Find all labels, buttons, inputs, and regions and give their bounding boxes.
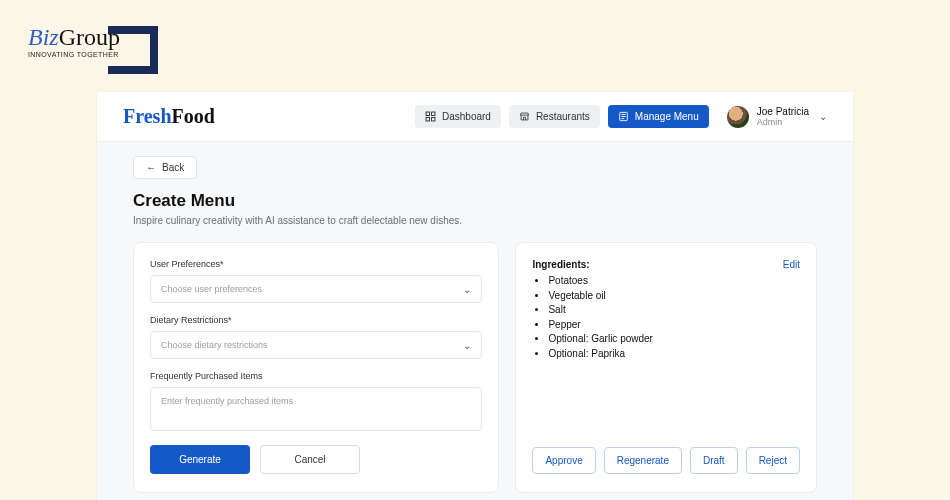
topbar: FreshFood Dashboard Restaurants Manage M…	[97, 92, 853, 142]
chevron-down-icon: ⌄	[463, 284, 471, 295]
svg-rect-3	[432, 118, 435, 121]
app-shell: FreshFood Dashboard Restaurants Manage M…	[97, 92, 853, 500]
svg-rect-1	[432, 112, 435, 115]
svg-rect-0	[426, 112, 429, 115]
list-item: Potatoes	[548, 274, 800, 289]
list-item: Optional: Paprika	[548, 347, 800, 362]
user-pref-label: User Preferences*	[150, 259, 482, 269]
diet-select[interactable]: Choose dietary restrictions ⌄	[150, 331, 482, 359]
reject-button[interactable]: Reject	[746, 447, 800, 474]
store-icon	[519, 111, 530, 122]
user-pref-select[interactable]: Choose user preferences ⌄	[150, 275, 482, 303]
cancel-button[interactable]: Cancel	[260, 445, 360, 474]
list-item: Pepper	[548, 318, 800, 333]
draft-button[interactable]: Draft	[690, 447, 738, 474]
chevron-down-icon: ⌄	[463, 340, 471, 351]
avatar	[727, 106, 749, 128]
nav-dashboard[interactable]: Dashboard	[415, 105, 501, 128]
ingredients-list: Potatoes Vegetable oil Salt Pepper Optio…	[532, 274, 800, 361]
diet-label: Dietary Restrictions*	[150, 315, 482, 325]
svg-rect-2	[426, 118, 429, 121]
app-logo: FreshFood	[123, 105, 215, 128]
approve-button[interactable]: Approve	[532, 447, 595, 474]
menu-icon	[618, 111, 629, 122]
outer-brand-tagline: INNOVATING TOGETHER	[28, 51, 120, 58]
outer-brand-logo: BizGroup INNOVATING TOGETHER	[28, 24, 120, 58]
dashboard-icon	[425, 111, 436, 122]
list-item: Vegetable oil	[548, 289, 800, 304]
nav-manage-menu[interactable]: Manage Menu	[608, 105, 709, 128]
arrow-left-icon: ←	[146, 162, 156, 173]
nav-restaurants-label: Restaurants	[536, 111, 590, 122]
freq-placeholder: Enter frequently purchased items	[161, 396, 293, 406]
outer-brand-group: Group	[59, 24, 120, 50]
generate-button[interactable]: Generate	[150, 445, 250, 474]
form-card: User Preferences* Choose user preference…	[133, 242, 499, 493]
freq-label: Frequently Purchased Items	[150, 371, 482, 381]
user-menu[interactable]: Joe Patricia Admin ⌄	[727, 106, 827, 128]
ingredients-title: Ingredients:	[532, 259, 589, 270]
page-content: ← Back Create Menu Inspire culinary crea…	[97, 142, 853, 493]
nav-dashboard-label: Dashboard	[442, 111, 491, 122]
chevron-down-icon: ⌄	[819, 111, 827, 122]
user-pref-placeholder: Choose user preferences	[161, 284, 262, 294]
nav-manage-menu-label: Manage Menu	[635, 111, 699, 122]
result-card: Ingredients: Edit Potatoes Vegetable oil…	[515, 242, 817, 493]
list-item: Optional: Garlic powder	[548, 332, 800, 347]
freq-input[interactable]: Enter frequently purchased items	[150, 387, 482, 431]
regenerate-button[interactable]: Regenerate	[604, 447, 682, 474]
page-subtitle: Inspire culinary creativity with AI assi…	[133, 215, 817, 226]
nav-restaurants[interactable]: Restaurants	[509, 105, 600, 128]
list-item: Salt	[548, 303, 800, 318]
app-logo-food: Food	[172, 105, 215, 127]
edit-link[interactable]: Edit	[783, 259, 800, 270]
back-label: Back	[162, 162, 184, 173]
user-name: Joe Patricia	[757, 106, 809, 117]
user-role: Admin	[757, 117, 809, 127]
app-logo-fresh: Fresh	[123, 105, 172, 127]
page-title: Create Menu	[133, 191, 817, 211]
diet-placeholder: Choose dietary restrictions	[161, 340, 268, 350]
outer-brand-biz: Biz	[28, 24, 59, 50]
back-button[interactable]: ← Back	[133, 156, 197, 179]
